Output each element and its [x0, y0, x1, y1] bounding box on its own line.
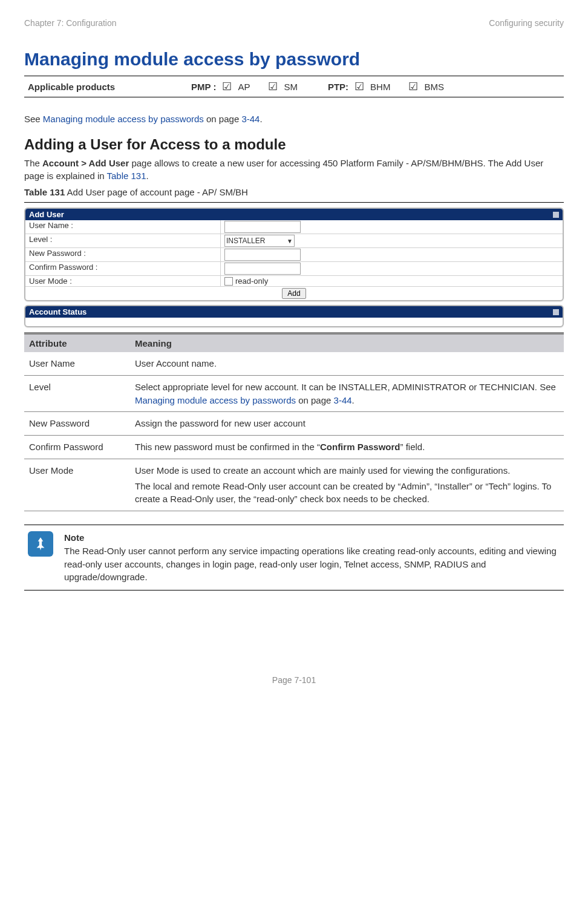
table-row: Confirm Password This new password must …	[24, 436, 564, 459]
label-level: Level :	[25, 234, 221, 247]
form-row-usermode: User Mode : read-only	[25, 276, 563, 287]
table-row: Level Select appropriate level for new a…	[24, 376, 564, 413]
account-status-panel: Account Status	[24, 305, 564, 327]
label-usermode: User Mode :	[25, 276, 221, 286]
note-title: Note	[64, 531, 564, 545]
add-user-panel: Add User User Name : Level : INSTALLER ▼…	[24, 208, 564, 301]
form-row-username: User Name :	[25, 220, 563, 234]
p1-a: The	[24, 158, 42, 168]
caption-rule	[24, 202, 564, 203]
attr-name: Confirm Password	[29, 440, 135, 454]
label-confirmpassword: Confirm Password :	[25, 262, 221, 275]
applicable-products-bar: Applicable products PMP : ☑ AP ☑ SM PTP:…	[24, 76, 564, 97]
link-page-ref[interactable]: 3-44	[334, 395, 352, 405]
meaning-text-b: ” field.	[400, 442, 425, 452]
add-button-row: Add	[25, 287, 563, 300]
p1-d: .	[146, 171, 149, 181]
section-heading: Adding a User for Access to a module	[24, 136, 564, 153]
ptp-item-bms: BMS	[424, 82, 444, 92]
attr-col-meaning: Meaning	[135, 338, 559, 348]
collapse-icon[interactable]	[553, 309, 559, 315]
attr-meaning: User Account name.	[135, 357, 559, 370]
form-row-level: Level : INSTALLER ▼	[25, 234, 563, 248]
meaning-p2: The local and remote Read-Only user acco…	[135, 480, 559, 506]
intro-prefix: See	[24, 114, 43, 124]
attr-col-attribute: Attribute	[29, 338, 135, 348]
panel-title-account-status: Account Status	[29, 307, 87, 316]
form-row-newpassword: New Password :	[25, 248, 563, 262]
pin-icon	[33, 536, 48, 552]
select-level-value: INSTALLER	[226, 237, 265, 245]
pmp-group-label: PMP :	[191, 82, 216, 92]
table-row: User Mode User Mode is used to create an…	[24, 459, 564, 511]
attr-name: User Name	[29, 357, 135, 370]
dropdown-arrow-icon: ▼	[287, 238, 293, 244]
attr-name: User Mode	[29, 464, 135, 506]
attr-name: Level	[29, 381, 135, 407]
panel-header-add-user: Add User	[25, 209, 563, 220]
meaning-suffix: .	[352, 395, 354, 405]
select-level[interactable]: INSTALLER ▼	[224, 235, 295, 247]
collapse-icon[interactable]	[553, 212, 559, 218]
attr-meaning: Assign the password for new user account	[135, 417, 559, 430]
note-callout: Note The Read-Only user cannot perform a…	[24, 525, 564, 590]
pmp-item-ap: AP	[238, 82, 250, 92]
note-text: Note The Read-Only user cannot perform a…	[64, 531, 564, 584]
meaning-mid: on page	[296, 395, 334, 405]
meaning-text-a: Select appropriate level for new account…	[135, 382, 556, 392]
checkbox-checked-icon: ☑	[354, 81, 364, 92]
checkbox-readonly-label: read-only	[235, 276, 268, 286]
intro-paragraph: See Managing module access by passwords …	[24, 113, 564, 125]
label-newpassword: New Password :	[25, 248, 221, 261]
meaning-text-a: This new password must be confirmed in t…	[135, 442, 320, 452]
page-header: Chapter 7: Configuration Configuring sec…	[24, 18, 564, 28]
page-footer: Page 7-101	[24, 675, 564, 685]
p1-bold: Account > Add User	[42, 158, 129, 168]
add-user-form: User Name : Level : INSTALLER ▼ New Pass…	[25, 220, 563, 300]
attribute-table: Attribute Meaning User Name User Account…	[24, 332, 564, 511]
table-caption: Table 131 Add User page of account page …	[24, 186, 564, 198]
attr-meaning: Select appropriate level for new account…	[135, 381, 559, 407]
attr-meaning: This new password must be confirmed in t…	[135, 440, 559, 454]
input-newpassword[interactable]	[224, 249, 301, 261]
table-caption-bold: Table 131	[24, 187, 65, 197]
checkbox-checked-icon: ☑	[222, 81, 232, 92]
input-username[interactable]	[224, 221, 301, 233]
info-icon	[28, 531, 53, 557]
table-caption-rest: Add User page of account page - AP/ SM/B…	[65, 187, 248, 197]
checkbox-checked-icon: ☑	[268, 81, 278, 92]
input-confirmpassword[interactable]	[224, 263, 301, 275]
form-row-confirmpassword: Confirm Password :	[25, 262, 563, 276]
meaning-bold: Confirm Password	[320, 442, 400, 452]
panel-header-account-status: Account Status	[25, 306, 563, 318]
checkbox-readonly[interactable]	[224, 277, 233, 286]
table-row: User Name User Account name.	[24, 352, 564, 376]
attr-meaning: User Mode is used to create an account w…	[135, 464, 559, 506]
link-managing-passwords[interactable]: Managing module access by passwords	[135, 395, 296, 405]
panel-title-add-user: Add User	[29, 210, 64, 219]
attr-name: New Password	[29, 417, 135, 430]
checkbox-checked-icon: ☑	[408, 81, 418, 92]
label-username: User Name :	[25, 220, 221, 234]
note-body: The Read-Only user cannot perform any se…	[64, 545, 564, 584]
link-table131[interactable]: Table 131	[107, 171, 146, 181]
ptp-item-bhm: BHM	[370, 82, 390, 92]
meaning-p1: User Mode is used to create an account w…	[135, 464, 559, 477]
ptp-group-label: PTP:	[328, 82, 348, 92]
pmp-item-sm: SM	[284, 82, 298, 92]
header-left: Chapter 7: Configuration	[24, 18, 117, 28]
header-right: Configuring security	[489, 18, 564, 28]
intro-mid: on page	[204, 114, 242, 124]
applicable-products-label: Applicable products	[28, 82, 185, 92]
table-row: New Password Assign the password for new…	[24, 412, 564, 436]
account-status-body	[25, 318, 563, 326]
attribute-table-header: Attribute Meaning	[24, 335, 564, 352]
link-page-ref[interactable]: 3-44	[241, 114, 260, 124]
add-button[interactable]: Add	[282, 288, 305, 299]
intro-suffix: .	[260, 114, 262, 124]
section2-paragraph: The Account > Add User page allows to cr…	[24, 157, 564, 182]
link-managing-passwords[interactable]: Managing module access by passwords	[43, 114, 204, 124]
page-title: Managing module access by password	[24, 49, 564, 70]
